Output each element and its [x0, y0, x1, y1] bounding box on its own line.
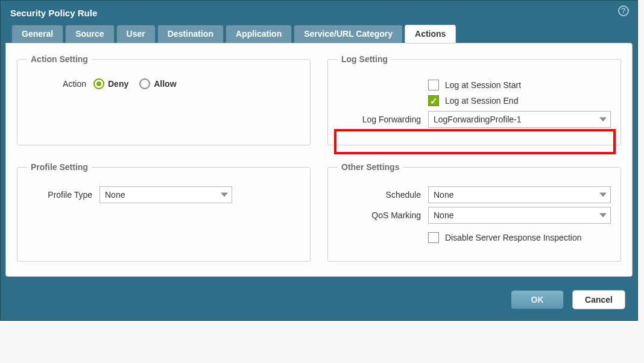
tab-general[interactable]: General — [11, 25, 63, 43]
log-session-end-label: Log at Session End — [445, 96, 518, 106]
tab-service-url[interactable]: Service/URL Category — [294, 25, 403, 43]
action-allow-label: Allow — [154, 79, 176, 89]
actions-panel: Action Setting Action Deny Allow Log Set… — [5, 43, 633, 277]
tab-application[interactable]: Application — [226, 25, 292, 43]
tab-actions[interactable]: Actions — [405, 25, 456, 43]
profile-type-label: Profile Type — [27, 190, 99, 200]
dialog-footer: OK Cancel — [1, 284, 637, 320]
security-policy-dialog: Security Policy Rule ? General Source Us… — [0, 0, 638, 321]
help-icon[interactable]: ? — [618, 5, 629, 16]
qos-value: None — [429, 210, 596, 220]
chevron-down-icon — [217, 191, 232, 198]
profile-type-value: None — [100, 190, 217, 200]
log-forwarding-select[interactable]: LogForwardingProfile-1 — [428, 111, 611, 128]
log-session-start-label: Log at Session Start — [445, 80, 521, 90]
other-settings-legend: Other Settings — [338, 162, 403, 172]
action-deny-label: Deny — [108, 79, 128, 89]
other-settings-group: Other Settings Schedule None QoS Marking… — [327, 162, 621, 262]
dialog-title: Security Policy Rule — [10, 8, 97, 18]
ok-button[interactable]: OK — [511, 290, 564, 309]
profile-setting-group: Profile Setting Profile Type None — [17, 162, 311, 262]
action-setting-group: Action Setting Action Deny Allow — [17, 54, 311, 145]
log-setting-group: Log Setting Log at Session Start Log at … — [327, 54, 621, 145]
schedule-label: Schedule — [338, 190, 428, 200]
tab-user[interactable]: User — [116, 25, 156, 43]
log-forwarding-highlight — [334, 129, 616, 154]
log-forwarding-label: Log Forwarding — [338, 115, 428, 124]
dialog-title-bar: Security Policy Rule — [1, 1, 637, 25]
log-session-end-checkbox[interactable] — [428, 95, 439, 106]
action-setting-legend: Action Setting — [27, 54, 92, 64]
log-session-start-checkbox[interactable] — [428, 80, 439, 90]
disable-inspection-checkbox[interactable] — [428, 232, 439, 243]
log-forwarding-value: LogForwardingProfile-1 — [429, 115, 596, 124]
chevron-down-icon — [596, 191, 610, 198]
profile-setting-legend: Profile Setting — [27, 162, 92, 172]
action-allow-radio[interactable] — [139, 78, 150, 89]
schedule-select[interactable]: None — [428, 186, 611, 203]
chevron-down-icon — [596, 212, 610, 219]
cancel-button[interactable]: Cancel — [572, 290, 625, 309]
log-setting-legend: Log Setting — [338, 54, 391, 64]
qos-label: QoS Marking — [338, 210, 428, 220]
action-deny-radio[interactable] — [93, 78, 104, 89]
qos-select[interactable]: None — [428, 207, 611, 224]
schedule-value: None — [429, 190, 596, 200]
tab-source[interactable]: Source — [65, 25, 114, 43]
action-label: Action — [51, 79, 93, 89]
tab-strip: General Source User Destination Applicat… — [1, 25, 637, 43]
chevron-down-icon — [596, 116, 610, 123]
profile-type-select[interactable]: None — [99, 186, 232, 203]
tab-destination[interactable]: Destination — [157, 25, 224, 43]
disable-inspection-label: Disable Server Response Inspection — [445, 233, 581, 242]
